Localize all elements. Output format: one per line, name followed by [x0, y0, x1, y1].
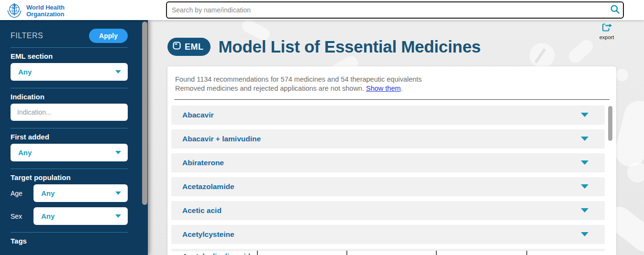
eml-badge: EML: [167, 38, 211, 56]
sidebar-scrollbar[interactable]: [142, 21, 147, 205]
indication-input[interactable]: [11, 104, 128, 121]
eml-badge-label: EML: [185, 42, 204, 52]
medicine-name: Abiraterone: [182, 159, 224, 167]
top-bar: World Health Organization: [0, 0, 644, 20]
summary-line-2: Removed medicines and rejected applicati…: [175, 84, 609, 93]
divider: [11, 169, 128, 169]
who-logo[interactable]: World Health Organization: [6, 1, 65, 21]
medicine-name: Abacavir: [182, 111, 213, 119]
list-scrollbar[interactable]: [608, 106, 612, 141]
divider: [174, 99, 610, 100]
tablet-watermark: [627, 162, 644, 182]
divider: [11, 88, 128, 88]
medicine-row[interactable]: Acetazolamide: [171, 177, 605, 196]
medicine-row[interactable]: Abacavir + lamivudine: [171, 129, 605, 149]
chevron-down-icon: [115, 70, 121, 74]
sex-value: Any: [41, 212, 55, 220]
column-divider: [346, 251, 347, 255]
page-header: EML Model List of Essential Medicines: [167, 37, 481, 56]
divider: [11, 128, 128, 128]
column-divider: [436, 251, 437, 255]
divider: [11, 232, 128, 233]
search-bar: [166, 1, 624, 19]
export-icon: [601, 22, 613, 34]
eml-section-value: Any: [18, 68, 32, 76]
medicine-list: Abacavir Abacavir + lamivudine Abiratero…: [167, 106, 616, 244]
first-added-label: First added: [11, 133, 128, 141]
summary-line-1: Found 1134 recommendations for 574 medic…: [175, 75, 609, 84]
search-input[interactable]: [167, 2, 607, 18]
chevron-down-icon: [115, 191, 121, 195]
medicine-row[interactable]: Abiraterone: [171, 153, 605, 172]
row-strip: [171, 249, 605, 251]
chevron-down-icon: [115, 151, 121, 154]
medicine-row[interactable]: Abacavir: [171, 106, 605, 125]
age-select[interactable]: Any: [33, 184, 128, 202]
who-emblem-icon: [6, 1, 23, 21]
show-them-link[interactable]: Show them: [366, 85, 401, 92]
eml-book-icon: [173, 42, 182, 52]
chevron-down-icon: [581, 184, 588, 189]
medicine-name: Acetylsalicylic acid: [171, 252, 605, 255]
main-content: export EML Model List of Essential Medic…: [148, 20, 644, 255]
eml-section-label: EML section: [11, 52, 128, 60]
search-icon: [610, 4, 620, 16]
medicine-row[interactable]: Acetic acid: [171, 201, 605, 220]
column-divider: [526, 251, 527, 255]
chevron-down-icon: [581, 137, 588, 141]
results-card: Found 1134 recommendations for 574 medic…: [167, 66, 616, 255]
chevron-down-icon: [115, 214, 121, 218]
tablet-watermark: [616, 69, 628, 81]
apply-button[interactable]: Apply: [89, 29, 128, 43]
target-population-label: Target population: [11, 173, 128, 181]
divider: [11, 47, 128, 48]
capsule-watermark: [566, 37, 595, 65]
medicine-row[interactable]: Acetylcysteine: [171, 225, 605, 244]
medicine-name: Acetylcysteine: [182, 230, 234, 239]
filters-title: FILTERS: [11, 32, 43, 40]
first-added-select[interactable]: Any: [11, 144, 128, 161]
tags-label: Tags: [11, 237, 128, 245]
filters-sidebar: FILTERS Apply EML section Any Indication…: [0, 20, 148, 255]
medicine-name: Abacavir + lamivudine: [182, 135, 261, 143]
chevron-down-icon: [581, 113, 588, 117]
search-button[interactable]: [607, 2, 623, 18]
who-logo-text: World Health Organization: [26, 4, 65, 18]
age-label: Age: [11, 190, 33, 197]
indication-label: Indication: [11, 93, 128, 101]
sex-select[interactable]: Any: [33, 207, 128, 225]
chevron-down-icon: [581, 232, 588, 236]
sex-label: Sex: [11, 212, 33, 220]
export-label: export: [600, 34, 614, 40]
export-button[interactable]: export: [595, 22, 619, 40]
partial-row-area: Acetylsalicylic acid: [167, 249, 616, 255]
medicine-row-partial[interactable]: Acetylsalicylic acid: [171, 249, 605, 255]
medicine-name: Acetic acid: [182, 206, 222, 215]
first-added-value: Any: [18, 149, 32, 157]
age-value: Any: [41, 189, 55, 197]
page-title: Model List of Essential Medicines: [219, 37, 481, 56]
eml-section-select[interactable]: Any: [11, 63, 128, 81]
capsule-watermark: [612, 97, 644, 170]
chevron-down-icon: [581, 208, 588, 212]
medicine-name: Acetazolamide: [182, 182, 234, 191]
column-divider: [257, 251, 258, 255]
chevron-down-icon: [581, 160, 588, 165]
results-summary: Found 1134 recommendations for 574 medic…: [167, 66, 616, 94]
